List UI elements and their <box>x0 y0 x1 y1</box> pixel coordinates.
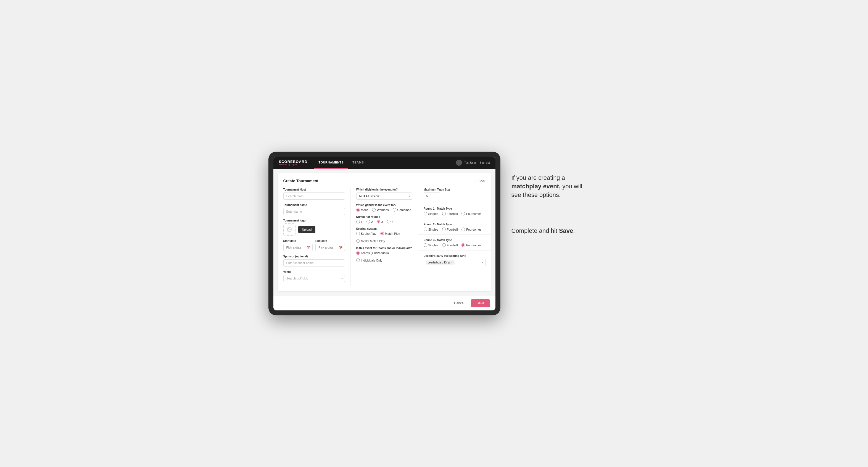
cancel-button[interactable]: Cancel <box>450 299 468 307</box>
rounds-3-label: 3 <box>381 220 383 223</box>
rounds-4[interactable]: 4 <box>387 220 393 223</box>
round3-fourball-radio[interactable] <box>442 243 446 247</box>
api-select-wrapper: Leaderboard King ✕ ▾ <box>424 259 486 266</box>
round3-singles[interactable]: Singles <box>424 243 438 247</box>
nav-logo: SCOREBOARD Powered by clippit <box>279 160 308 165</box>
round3-options: Singles Fourball Foursomes <box>424 243 486 247</box>
rounds-1[interactable]: 1 <box>356 220 363 223</box>
teams-label-text: Teams (+Individuals) <box>361 251 389 255</box>
api-group: Use third-party live scoring API? Leader… <box>424 254 486 266</box>
sponsor-group: Sponsor (optional) <box>283 255 345 267</box>
nav-signout[interactable]: Sign out <box>480 161 490 164</box>
api-remove-icon[interactable]: ✕ <box>451 261 453 264</box>
round1-singles[interactable]: Singles <box>424 212 438 215</box>
scoring-medal-label: Medal Match Play <box>361 240 385 243</box>
teams-option[interactable]: Teams (+Individuals) <box>356 251 389 255</box>
division-select[interactable]: NCAA Division I <box>356 192 412 200</box>
round1-foursomes[interactable]: Foursomes <box>462 212 482 215</box>
round2-options: Singles Fourball Foursomes <box>424 227 486 231</box>
venue-input[interactable] <box>283 275 345 282</box>
gender-womens-label: Womens <box>377 208 389 212</box>
date-group: Start date 📅 End date <box>283 240 345 251</box>
division-group: Which division is the event for? NCAA Di… <box>356 188 412 200</box>
round1-label: Round 1 - Match Type <box>424 207 486 210</box>
rounds-3-radio[interactable] <box>377 220 380 223</box>
scoring-label: Scoring system <box>356 227 412 230</box>
logo-sub: Powered by clippit <box>279 163 308 165</box>
end-date-wrapper: 📅 <box>315 244 345 251</box>
gender-combined-radio[interactable] <box>393 208 396 212</box>
individuals-option[interactable]: Individuals Only <box>356 258 382 262</box>
tournament-logo-group: Tournament logo Upload <box>283 219 345 236</box>
gender-combined[interactable]: Combined <box>393 208 411 212</box>
round1-singles-label: Singles <box>428 212 438 215</box>
nav-user-text: Test User | <box>464 161 477 164</box>
teams-radio-group: Teams (+Individuals) Individuals Only <box>356 251 412 262</box>
round2-foursomes-label: Foursomes <box>466 228 482 231</box>
rounds-3[interactable]: 3 <box>377 220 383 223</box>
round3-foursomes-radio[interactable] <box>462 243 465 247</box>
scoring-match[interactable]: Match Play <box>380 232 400 235</box>
annotation-matchplay-bold: matchplay event, <box>512 183 561 190</box>
gender-group: Which gender is the event for? Mens Wome… <box>356 204 412 212</box>
round2-fourball-label: Fourball <box>447 228 458 231</box>
scoring-stroke[interactable]: Stroke Play <box>356 232 376 235</box>
round3-fourball[interactable]: Fourball <box>442 243 458 247</box>
round2-fourball[interactable]: Fourball <box>442 227 458 231</box>
nav-tabs: TOURNAMENTS TEAMS <box>314 157 368 169</box>
scoring-medal-radio[interactable] <box>356 239 360 243</box>
nav-bar: SCOREBOARD Powered by clippit TOURNAMENT… <box>273 157 495 169</box>
teams-radio[interactable] <box>356 251 360 255</box>
round1-fourball[interactable]: Fourball <box>442 212 458 215</box>
rounds-1-label: 1 <box>361 220 363 223</box>
round2-foursomes[interactable]: Foursomes <box>462 227 482 231</box>
tournament-host-input[interactable] <box>283 192 345 200</box>
gender-womens-radio[interactable] <box>372 208 376 212</box>
rounds-2-radio[interactable] <box>367 220 370 223</box>
gender-mens[interactable]: Mens <box>356 208 368 212</box>
scoring-stroke-radio[interactable] <box>356 232 360 235</box>
divider-1 <box>418 203 491 203</box>
round2-label: Round 2 - Match Type <box>424 223 486 226</box>
tab-teams[interactable]: TEAMS <box>348 157 368 169</box>
round1-fourball-radio[interactable] <box>442 212 446 215</box>
individuals-radio[interactable] <box>356 258 360 262</box>
round2-fourball-radio[interactable] <box>442 227 446 231</box>
tab-tournaments[interactable]: TOURNAMENTS <box>314 157 348 169</box>
upload-button[interactable]: Upload <box>298 226 316 233</box>
back-link[interactable]: ← Back <box>475 179 486 183</box>
round1-singles-radio[interactable] <box>424 212 427 215</box>
gender-womens[interactable]: Womens <box>372 208 389 212</box>
scoring-match-radio[interactable] <box>380 232 384 235</box>
tablet-screen: SCOREBOARD Powered by clippit TOURNAMENT… <box>273 157 495 310</box>
round2-foursomes-radio[interactable] <box>462 227 465 231</box>
max-team-size-input[interactable] <box>424 192 440 199</box>
scoring-medal[interactable]: Medal Match Play <box>356 239 385 243</box>
tournament-name-input[interactable] <box>283 208 345 215</box>
nav-avatar: T <box>456 160 462 166</box>
scoring-match-label: Match Play <box>385 232 400 235</box>
round1-foursomes-radio[interactable] <box>462 212 465 215</box>
sponsor-input[interactable] <box>283 259 345 267</box>
gender-label: Which gender is the event for? <box>356 204 412 207</box>
max-team-size-group: Maximum Team Size <box>424 188 486 199</box>
scoring-radio-group: Stroke Play Match Play Medal Match Play <box>356 232 412 243</box>
tournament-host-label: Tournament Host <box>283 188 345 191</box>
round2-singles-radio[interactable] <box>424 227 427 231</box>
form-title: Create Tournament <box>283 179 318 183</box>
rounds-4-label: 4 <box>392 220 393 223</box>
start-date-group: Start date 📅 <box>283 240 313 251</box>
venue-dropdown-icon: ▾ <box>341 277 343 280</box>
round2-singles[interactable]: Singles <box>424 227 438 231</box>
gender-mens-radio[interactable] <box>356 208 360 212</box>
round3-singles-radio[interactable] <box>424 243 427 247</box>
rounds-1-radio[interactable] <box>356 220 360 223</box>
logo-main: SCOREBOARD <box>279 160 308 163</box>
rounds-4-radio[interactable] <box>387 220 391 223</box>
save-button[interactable]: Save <box>471 299 490 307</box>
start-date-label: Start date <box>283 240 313 243</box>
venue-label: Venue <box>283 270 345 273</box>
middle-column: Which division is the event for? NCAA Di… <box>351 188 418 286</box>
round3-foursomes[interactable]: Foursomes <box>462 243 482 247</box>
rounds-2[interactable]: 2 <box>367 220 373 223</box>
